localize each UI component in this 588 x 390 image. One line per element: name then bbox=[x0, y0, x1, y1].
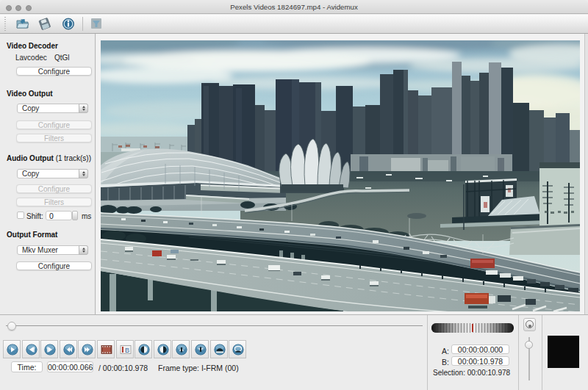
svg-text:B: B bbox=[125, 347, 129, 354]
